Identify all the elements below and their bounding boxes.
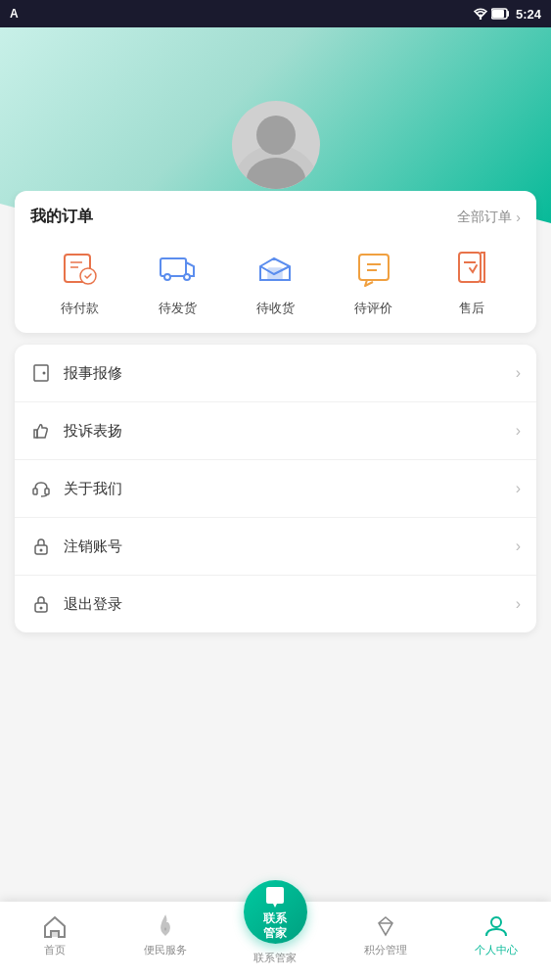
order-item-pending-review[interactable]: 待评价	[349, 243, 398, 317]
orders-card: 我的订单 全部订单 › 待付款	[15, 191, 536, 333]
svg-rect-14	[359, 255, 389, 280]
svg-rect-10	[161, 258, 186, 276]
menu-item-complaint-praise[interactable]: 投诉表扬 ›	[15, 402, 536, 460]
menu-cancel-account-text: 注销账号	[64, 537, 122, 556]
order-item-pending-ship[interactable]: 待发货	[153, 243, 202, 317]
avatar-image	[232, 101, 320, 189]
pending-review-label: 待评价	[354, 300, 392, 317]
menu-about-us-arrow: ›	[516, 480, 521, 497]
orders-all-chevron: ›	[516, 210, 521, 225]
order-item-pending-pay[interactable]: 待付款	[55, 243, 104, 317]
svg-point-20	[43, 372, 46, 375]
order-icons-row: 待付款 待发货	[30, 243, 521, 317]
diamond-icon	[373, 913, 398, 939]
pending-ship-icon	[153, 243, 202, 292]
svg-point-26	[40, 607, 43, 610]
menu-complaint-praise-arrow: ›	[516, 422, 521, 440]
menu-item-left: 关于我们	[30, 478, 122, 499]
svg-rect-17	[459, 253, 481, 282]
pending-pay-label: 待付款	[61, 300, 99, 317]
svg-rect-21	[33, 489, 37, 494]
menu-cancel-account-arrow: ›	[516, 537, 521, 555]
contact-manager-bottom-label: 联系管家	[253, 951, 297, 965]
points-nav-label: 积分管理	[364, 943, 407, 957]
svg-point-0	[480, 18, 482, 20]
svg-rect-19	[34, 365, 48, 381]
signal-icons	[473, 8, 511, 20]
menu-logout-text: 退出登录	[64, 595, 122, 614]
menu-item-report-repair[interactable]: 报事报修 ›	[15, 345, 536, 402]
menu-about-us-text: 关于我们	[64, 480, 122, 498]
svg-point-4	[256, 116, 296, 155]
menu-report-repair-arrow: ›	[516, 364, 521, 382]
nav-item-contact-manager[interactable]: 联系管家 联系管家	[220, 910, 331, 965]
nav-item-points[interactable]: 积分管理	[331, 910, 441, 957]
bottom-nav: 首页 便民服务 联系管家 联系管家 积分管理	[0, 902, 551, 980]
menu-item-logout[interactable]: 退出登录 ›	[15, 576, 536, 632]
svg-point-12	[184, 274, 190, 280]
menu-card: 报事报修 › 投诉表扬 ›	[15, 345, 536, 632]
citizen-service-nav-label: 便民服务	[144, 943, 187, 957]
status-bar: A 5:24	[0, 0, 551, 27]
orders-all-button[interactable]: 全部订单 ›	[457, 209, 521, 226]
svg-marker-28	[379, 917, 392, 935]
person-icon	[483, 913, 509, 939]
pending-ship-label: 待发货	[159, 300, 197, 317]
menu-item-left: 投诉表扬	[30, 420, 122, 442]
after-sale-label: 售后	[459, 300, 484, 317]
orders-header: 我的订单 全部订单 ›	[30, 207, 521, 227]
pending-receive-icon	[251, 243, 299, 292]
orders-title: 我的订单	[30, 207, 93, 227]
status-right: 5:24	[473, 7, 541, 22]
app-indicator: A	[10, 7, 19, 21]
home-icon	[42, 913, 68, 939]
headset-icon	[30, 478, 52, 499]
logout-icon	[30, 593, 52, 615]
menu-report-repair-text: 报事报修	[64, 364, 122, 383]
lock-cancel-icon	[30, 536, 52, 557]
flame-icon	[153, 913, 178, 939]
order-item-pending-receive[interactable]: 待收货	[251, 243, 299, 317]
time-display: 5:24	[516, 7, 541, 22]
like-icon	[30, 420, 52, 442]
chat-icon	[261, 884, 289, 911]
nav-item-home[interactable]: 首页	[0, 910, 111, 957]
wifi-icon	[473, 8, 488, 20]
menu-item-left: 报事报修	[30, 362, 122, 384]
menu-item-left: 注销账号	[30, 536, 122, 557]
nav-item-personal[interactable]: 个人中心	[440, 910, 551, 957]
svg-rect-27	[51, 931, 59, 937]
after-sale-icon	[447, 243, 496, 292]
menu-logout-arrow: ›	[516, 595, 521, 613]
battery-icon	[491, 8, 511, 20]
svg-rect-22	[45, 489, 49, 494]
svg-rect-2	[492, 10, 504, 18]
menu-item-cancel-account[interactable]: 注销账号 ›	[15, 518, 536, 576]
pending-pay-icon	[55, 243, 104, 292]
svg-point-11	[164, 274, 170, 280]
home-nav-label: 首页	[44, 943, 66, 957]
door-icon	[30, 362, 52, 384]
svg-rect-13	[268, 268, 282, 280]
svg-point-30	[491, 917, 501, 927]
svg-point-24	[40, 549, 43, 552]
menu-complaint-praise-text: 投诉表扬	[64, 422, 122, 441]
contact-manager-circle: 联系管家	[244, 880, 307, 944]
main-content: 我的订单 全部订单 › 待付款	[0, 191, 551, 902]
order-item-after-sale[interactable]: 售后	[447, 243, 496, 317]
personal-nav-label: 个人中心	[475, 943, 518, 957]
contact-manager-label: 联系管家	[263, 911, 287, 940]
menu-item-about-us[interactable]: 关于我们 ›	[15, 460, 536, 518]
menu-item-left: 退出登录	[30, 593, 122, 615]
nav-item-citizen-service[interactable]: 便民服务	[111, 910, 221, 957]
pending-review-icon	[349, 243, 398, 292]
pending-receive-label: 待收货	[256, 300, 295, 317]
avatar[interactable]	[232, 101, 320, 189]
orders-all-label: 全部订单	[457, 209, 512, 226]
